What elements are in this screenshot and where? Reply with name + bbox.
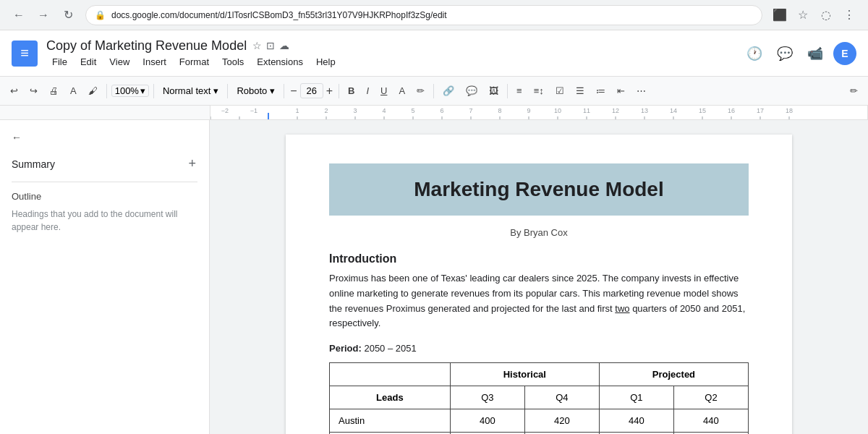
cloud-icon[interactable]: ☁ [279, 40, 289, 51]
style-arrow-icon: ▾ [213, 85, 218, 96]
paint-format-button[interactable]: 🖌 [84, 82, 102, 99]
svg-text:4: 4 [382, 107, 386, 114]
menu-help[interactable]: Help [310, 55, 341, 69]
bookmark-button[interactable]: ☆ [793, 5, 813, 25]
sidebar-add-button[interactable]: + [187, 155, 197, 173]
doc-title-area: Copy of Marketing Revenue Model ☆ ⊡ ☁ Fi… [46, 38, 733, 69]
table-q2-header: Q2 [673, 386, 748, 409]
table-cell-q1: 440 [599, 409, 673, 433]
document-area[interactable]: Marketing Revenue Model By Bryan Cox Int… [210, 120, 868, 434]
image-button[interactable]: 🖼 [485, 82, 503, 99]
svg-text:7: 7 [469, 107, 472, 114]
toolbar-divider-1 [106, 84, 107, 98]
menu-edit[interactable]: Edit [75, 55, 102, 69]
menu-tools[interactable]: Tools [216, 55, 250, 69]
indent-decrease-button[interactable]: ⇤ [613, 82, 629, 99]
address-bar[interactable]: 🔒 docs.google.com/document/d/1lTosrlCSBo… [85, 5, 762, 25]
folder-icon[interactable]: ⊡ [266, 40, 275, 51]
sidebar-outline-title: Outline [12, 191, 197, 202]
style-dropdown[interactable]: Normal text ▾ [158, 82, 223, 99]
menu-bar: File Edit View Insert Format Tools Exten… [46, 55, 733, 69]
doc-title-icons: ☆ ⊡ ☁ [252, 40, 289, 51]
video-button[interactable]: 📹 [803, 41, 827, 66]
sidebar: ← Summary + Outline Headings that you ad… [0, 120, 210, 434]
lock-icon: 🔒 [95, 10, 106, 20]
font-dropdown[interactable]: Roboto ▾ [232, 82, 279, 99]
font-size-display[interactable]: 26 [300, 83, 323, 98]
menu-file[interactable]: File [46, 55, 73, 69]
svg-text:3: 3 [353, 107, 357, 114]
line-spacing-button[interactable]: ≡↕ [529, 82, 548, 99]
italic-button[interactable]: I [362, 82, 373, 99]
toolbar: ↩ ↪ 🖨 A 🖌 100% ▾ Normal text ▾ Roboto ▾ … [0, 77, 868, 106]
doc-title-text[interactable]: Copy of Marketing Revenue Model [46, 38, 247, 54]
numbered-list-button[interactable]: ≔ [592, 82, 610, 99]
refresh-button[interactable]: ↻ [58, 5, 78, 25]
align-button[interactable]: ≡ [512, 82, 527, 99]
font-size-increase[interactable]: + [325, 83, 334, 99]
table-cell-q2: 440 [673, 409, 748, 433]
ruler-content: −2 −1 1 2 3 4 5 6 7 8 [210, 106, 868, 119]
table-empty-header [330, 363, 451, 386]
history-button[interactable]: 🕐 [742, 41, 767, 66]
star-icon[interactable]: ☆ [252, 40, 262, 51]
svg-text:14: 14 [670, 107, 677, 114]
back-button[interactable]: ← [9, 5, 29, 25]
font-size-decrease[interactable]: − [289, 83, 298, 99]
data-table: Historical Projected Leads Q3 Q4 Q1 Q2 A… [329, 362, 749, 434]
extensions-button[interactable]: ⬛ [770, 5, 790, 25]
link-button[interactable]: 🔗 [438, 82, 459, 99]
doc-period: Period: 2050 – 2051 [329, 343, 749, 354]
svg-text:2: 2 [324, 107, 328, 114]
menu-insert[interactable]: Insert [137, 55, 172, 69]
edit-mode-button[interactable]: ✏ [846, 82, 862, 99]
table-projected-header: Projected [599, 363, 748, 386]
app-header: ≡ Copy of Marketing Revenue Model ☆ ⊡ ☁ … [0, 30, 868, 77]
zoom-control[interactable]: 100% ▾ [111, 85, 149, 97]
zoom-arrow: ▾ [140, 85, 145, 96]
browser-actions: ⬛ ☆ ◌ ⋮ [770, 5, 859, 25]
sidebar-outline-empty: Headings that you add to the document wi… [12, 208, 197, 234]
table-body: Austin 400 420 440 440 Houston 340 340 3… [330, 409, 749, 434]
ruler: −2 −1 1 2 3 4 5 6 7 8 [0, 106, 868, 120]
user-avatar[interactable]: E [833, 42, 856, 65]
font-color-button[interactable]: A [394, 82, 409, 99]
undo-button[interactable]: ↩ [6, 82, 22, 99]
back-arrow-icon: ← [12, 132, 22, 143]
zoom-value: 100% [115, 85, 139, 96]
menu-format[interactable]: Format [174, 55, 215, 69]
print-button[interactable]: 🖨 [45, 82, 63, 99]
intro-heading: Introduction [329, 252, 749, 265]
table-historical-header: Historical [450, 363, 599, 386]
profile-button[interactable]: ◌ [816, 5, 836, 25]
menu-view[interactable]: View [103, 55, 135, 69]
document-page: Marketing Revenue Model By Bryan Cox Int… [286, 135, 792, 434]
svg-text:10: 10 [554, 107, 561, 114]
checklist-button[interactable]: ☑ [551, 82, 569, 99]
highlight-button[interactable]: ✏ [412, 82, 429, 99]
font-size-control: − 26 + [289, 83, 334, 99]
menu-extensions[interactable]: Extensions [251, 55, 309, 69]
bold-button[interactable]: B [344, 82, 359, 99]
svg-text:13: 13 [641, 107, 648, 114]
comments-button[interactable]: 💬 [773, 41, 797, 66]
bullet-list-button[interactable]: ☰ [571, 82, 589, 99]
spell-check-button[interactable]: A [66, 82, 81, 99]
redo-button[interactable]: ↪ [25, 82, 42, 99]
app-icon: ≡ [12, 41, 38, 67]
period-value: 2050 – 2051 [364, 343, 416, 354]
sidebar-back-button[interactable]: ← [12, 132, 197, 143]
svg-text:9: 9 [527, 107, 530, 114]
forward-button[interactable]: → [33, 5, 54, 25]
toolbar-divider-2 [153, 84, 154, 98]
browser-navigation: ← → ↻ [9, 5, 78, 25]
more-options-button[interactable]: ⋯ [632, 82, 650, 99]
svg-text:11: 11 [583, 107, 590, 114]
underline-button[interactable]: U [376, 82, 391, 99]
menu-button[interactable]: ⋮ [839, 5, 859, 25]
table-header-row-1: Historical Projected [330, 363, 749, 386]
sidebar-summary-title: Summary [12, 158, 55, 170]
main-area: ← Summary + Outline Headings that you ad… [0, 120, 868, 434]
table-q1-header: Q1 [599, 386, 673, 409]
comment-button[interactable]: 💬 [461, 82, 482, 99]
